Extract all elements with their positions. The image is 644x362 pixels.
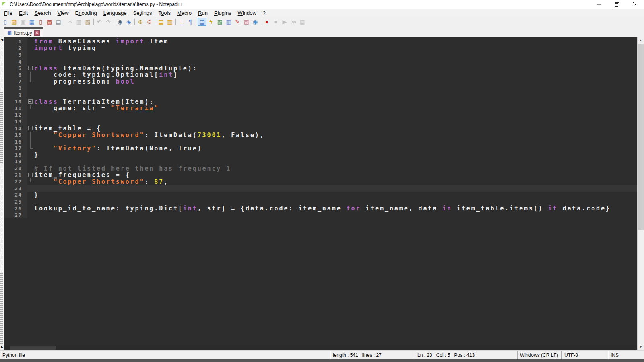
code-line-6[interactable]: 6 code: typing.Optional[int] (4, 72, 637, 78)
code-line-5[interactable]: 5class ItemData(typing.NamedTuple): (4, 65, 637, 72)
document-map-icon[interactable]: ▧ (215, 18, 224, 26)
code-line-8[interactable]: 8 (4, 85, 637, 92)
print-icon[interactable]: ▤ (54, 18, 63, 26)
find-icon[interactable]: ◉ (116, 18, 124, 26)
code-text: } (34, 152, 637, 158)
minimize-button[interactable] (590, 0, 608, 9)
code-line-16[interactable]: 16 (4, 138, 637, 145)
menu-item-search[interactable]: Search (31, 10, 54, 16)
menu-item-window[interactable]: Window (235, 10, 260, 16)
new-file-icon[interactable]: ▯ (1, 18, 10, 26)
zoom-in-icon[interactable]: ⊕ (136, 18, 145, 26)
scroll-up-icon[interactable]: ▲ (638, 37, 644, 44)
save-all-icon[interactable]: ▦ (27, 18, 36, 26)
file-monitoring-icon[interactable]: ◉ (251, 18, 260, 26)
code-line-20[interactable]: 20# If not listed here then has frequenc… (4, 165, 637, 172)
title-bar[interactable]: C:\Users\Dood\Documents\tmp\Archipelago\… (0, 0, 644, 9)
code-line-27[interactable]: 27 (4, 212, 637, 218)
menu-item-language[interactable]: Language (100, 10, 130, 16)
code-line-24[interactable]: 24} (4, 192, 637, 199)
tab-items-py[interactable]: ▣ Items.py × (4, 27, 43, 37)
code-line-23[interactable]: 23 (4, 185, 637, 192)
menu-item-plugins[interactable]: Plugins (211, 10, 235, 16)
fold-marker[interactable] (27, 125, 34, 132)
macro-run-multiple-icon[interactable]: ≫ (289, 18, 298, 26)
status-eol-format: Windows (CR LF) (517, 351, 561, 359)
paste-icon[interactable]: ▧ (83, 18, 92, 26)
function-list-icon[interactable]: ✎ (233, 18, 242, 26)
code-text (34, 138, 637, 145)
code-line-18[interactable]: 18} (4, 152, 637, 158)
open-folder-icon[interactable]: ▨ (10, 18, 19, 26)
folder-as-workspace-icon[interactable]: ▨ (242, 18, 251, 26)
horizontal-scrollbar[interactable] (4, 345, 637, 350)
code-line-17[interactable]: 17 "Victory": ItemData(None, True) (4, 145, 637, 152)
fold-marker[interactable] (27, 65, 34, 72)
zoom-out-icon[interactable]: ⊖ (145, 18, 154, 26)
undo-icon[interactable]: ↶ (95, 18, 104, 26)
fold-marker[interactable] (27, 172, 34, 179)
tab-close-icon[interactable]: × (34, 30, 40, 36)
redo-icon[interactable]: ↷ (104, 18, 113, 26)
horizontal-scrollbar-thumb[interactable] (10, 346, 56, 350)
code-line-4[interactable]: 4 (4, 58, 637, 65)
menu-item-[interactable]: ? (260, 10, 269, 16)
restore-button[interactable] (608, 0, 626, 9)
code-line-21[interactable]: 21item_frequencies = { (4, 172, 637, 179)
macro-play-icon[interactable]: ▶ (280, 18, 289, 26)
line-number: 15 (4, 132, 27, 138)
code-editor[interactable]: 1from BaseClasses import Item2import typ… (4, 37, 637, 345)
menu-item-file[interactable]: File (1, 10, 16, 16)
code-line-10[interactable]: 10class TerrariaItem(Item): (4, 98, 637, 105)
code-line-14[interactable]: 14item_table = { (4, 125, 637, 132)
dock-expand-right-icon[interactable]: ▶ (0, 345, 4, 349)
code-line-9[interactable]: 9 (4, 92, 637, 99)
macro-save-icon[interactable]: ▦ (298, 18, 307, 26)
replace-icon[interactable]: ◈ (124, 18, 133, 26)
scroll-down-icon[interactable]: ▼ (638, 343, 644, 350)
fold-marker[interactable] (27, 98, 34, 105)
code-line-11[interactable]: 11 game: str = "Terraria" (4, 105, 637, 112)
vertical-scrollbar-thumb[interactable] (638, 44, 644, 230)
fold-margin (27, 145, 34, 152)
menu-item-settings[interactable]: Settings (130, 10, 155, 16)
code-line-22[interactable]: 22 "Copper Shortsword": 87, (4, 178, 637, 185)
document-switcher-icon[interactable]: ▥ (224, 18, 233, 26)
close-all-documents-icon[interactable]: ▩ (45, 18, 54, 26)
sync-horizontal-scroll-icon[interactable]: ▥ (165, 18, 174, 26)
menu-item-run[interactable]: Run (195, 10, 211, 16)
code-text: } (34, 192, 637, 199)
code-line-1[interactable]: 1from BaseClasses import Item (4, 38, 637, 45)
code-line-2[interactable]: 2import typing (4, 45, 637, 52)
save-icon[interactable]: ▣ (19, 18, 27, 26)
dock-collapse-left-icon[interactable]: ◀ (0, 38, 4, 41)
code-line-3[interactable]: 3 (4, 51, 637, 58)
menu-item-tools[interactable]: Tools (155, 10, 174, 16)
vertical-scrollbar[interactable]: ▲ ▼ (637, 37, 644, 350)
code-text: class ItemData(typing.NamedTuple): (34, 65, 637, 72)
close-document-icon[interactable]: ▯ (36, 18, 45, 26)
cut-icon[interactable]: ✂ (66, 18, 74, 26)
code-line-7[interactable]: 7 progression: bool (4, 78, 637, 85)
word-wrap-icon[interactable]: ≡ (177, 18, 186, 26)
sync-vertical-scroll-icon[interactable]: ▤ (157, 18, 165, 26)
close-button[interactable] (626, 0, 644, 9)
code-line-15[interactable]: 15 "Copper Shortsword": ItemData(73001, … (4, 132, 637, 138)
code-line-13[interactable]: 13 (4, 118, 637, 125)
macro-stop-icon[interactable]: ■ (271, 18, 280, 26)
dock-splitter[interactable]: ◀ ▶ (0, 37, 4, 350)
menu-item-edit[interactable]: Edit (16, 10, 31, 16)
code-line-19[interactable]: 19 (4, 158, 637, 165)
code-line-26[interactable]: 26lookup_id_to_name: typing.Dict[int, st… (4, 205, 637, 212)
macro-record-icon[interactable]: ● (262, 18, 271, 26)
menu-item-macro[interactable]: Macro (174, 10, 195, 16)
indent-guide-icon[interactable]: ▤ (198, 18, 206, 26)
menu-item-encoding[interactable]: Encoding (72, 10, 100, 16)
copy-icon[interactable]: ▥ (74, 18, 83, 26)
vertical-scrollbar-track[interactable] (638, 44, 644, 343)
show-all-characters-icon[interactable]: ¶ (186, 18, 195, 26)
code-line-25[interactable]: 25 (4, 198, 637, 205)
shortcut-mapper-icon[interactable]: ϟ (206, 18, 215, 26)
code-line-12[interactable]: 12 (4, 112, 637, 119)
menu-item-view[interactable]: View (54, 10, 72, 16)
